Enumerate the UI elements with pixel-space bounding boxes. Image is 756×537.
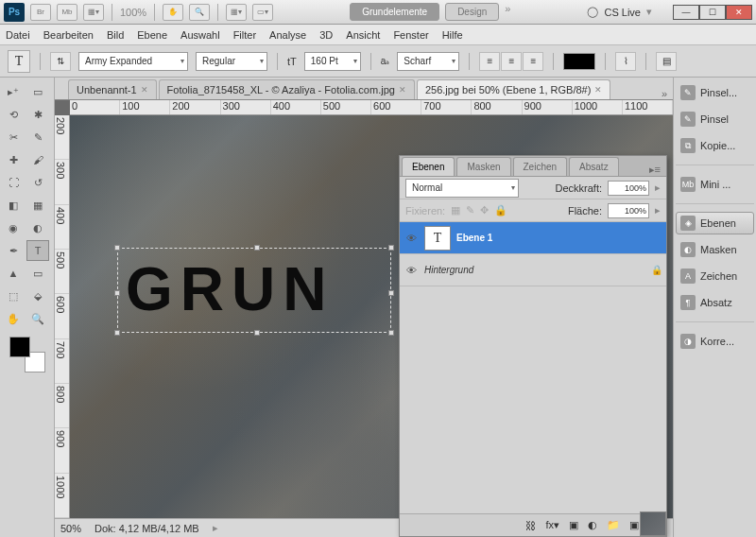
dock-item[interactable]: AZeichen xyxy=(676,265,754,287)
visibility-icon[interactable]: 👁 xyxy=(404,265,419,276)
hand-tool-button[interactable]: ✋ xyxy=(163,4,183,21)
menu-3d[interactable]: 3D xyxy=(319,29,333,41)
lock-pixels-icon[interactable]: ✎ xyxy=(466,204,474,217)
opacity-input[interactable] xyxy=(608,181,649,196)
layer-fx-icon[interactable]: fx▾ xyxy=(545,519,559,531)
lock-position-icon[interactable]: ✥ xyxy=(480,204,489,217)
heal-tool[interactable]: ✚ xyxy=(2,149,25,170)
arrange-button[interactable]: ▦▾ xyxy=(226,4,247,21)
warp-text-button[interactable]: ⌇ xyxy=(615,52,636,71)
menu-analyse[interactable]: Analyse xyxy=(269,29,306,41)
antialias-select[interactable]: Scharf xyxy=(397,52,459,71)
layer-name[interactable]: Ebene 1 xyxy=(456,233,662,243)
lock-transparent-icon[interactable]: ▦ xyxy=(451,204,460,217)
canvas-text[interactable]: GRUN xyxy=(126,254,334,324)
dock-item[interactable]: MbMini ... xyxy=(676,173,754,196)
layer-thumb[interactable]: T xyxy=(424,226,451,251)
dodge-tool[interactable]: ◐ xyxy=(26,217,49,238)
workspace-pill-design[interactable]: Design xyxy=(445,3,499,21)
layer-row[interactable]: 👁 Hintergrund 🔒 xyxy=(400,254,666,286)
color-swatches[interactable] xyxy=(9,337,45,372)
lasso-tool[interactable]: ⟲ xyxy=(2,104,25,125)
font-size-select[interactable]: 160 Pt xyxy=(304,52,361,71)
eraser-tool[interactable]: ◧ xyxy=(2,195,25,216)
resize-handle[interactable] xyxy=(254,330,260,336)
brush-tool[interactable]: 🖌 xyxy=(26,149,49,170)
zoom-tool[interactable]: 🔍 xyxy=(26,308,49,329)
screen-mode-button[interactable]: ▦▾ xyxy=(83,4,104,21)
align-center-button[interactable]: ≡ xyxy=(501,52,522,71)
resize-handle[interactable] xyxy=(114,290,120,296)
layer-name[interactable]: Hintergrund xyxy=(424,265,645,275)
move-tool[interactable]: ▸⁺ xyxy=(2,81,25,102)
resize-handle[interactable] xyxy=(388,330,394,336)
align-left-button[interactable]: ≡ xyxy=(479,52,500,71)
zoom-level[interactable]: 100% xyxy=(120,7,146,18)
lock-all-icon[interactable]: 🔒 xyxy=(494,204,507,217)
menu-fenster[interactable]: Fenster xyxy=(393,29,428,41)
tab-masken[interactable]: Masken xyxy=(456,157,510,176)
dock-item[interactable]: ◑Korre... xyxy=(676,330,754,353)
blur-tool[interactable]: ◉ xyxy=(2,217,25,238)
zoom-tool-button[interactable]: 🔍 xyxy=(189,4,210,21)
hand-tool[interactable]: ✋ xyxy=(2,308,25,329)
fill-input[interactable] xyxy=(608,203,649,218)
crop-tool[interactable]: ✂ xyxy=(2,127,25,147)
tab-overflow-icon[interactable]: » xyxy=(656,88,673,99)
status-zoom[interactable]: 50% xyxy=(60,523,81,534)
resize-handle[interactable] xyxy=(114,245,120,251)
tab-ebenen[interactable]: Ebenen xyxy=(402,157,455,176)
active-tool-indicator[interactable]: T xyxy=(8,50,30,73)
font-weight-select[interactable]: Regular xyxy=(196,52,267,71)
stamp-tool[interactable]: ⛶ xyxy=(2,172,25,193)
menu-datei[interactable]: Datei xyxy=(6,29,30,41)
foreground-color[interactable] xyxy=(9,337,30,357)
resize-handle[interactable] xyxy=(388,245,394,251)
layer-row[interactable]: 👁 T Ebene 1 xyxy=(400,222,666,254)
marquee-tool[interactable]: ▭ xyxy=(26,81,49,102)
menu-filter[interactable]: Filter xyxy=(233,29,256,41)
history-brush-tool[interactable]: ↺ xyxy=(26,172,49,193)
dock-item[interactable]: ¶Absatz xyxy=(676,291,754,314)
text-color-swatch[interactable] xyxy=(563,53,595,70)
shape-tool[interactable]: ▭ xyxy=(26,263,49,284)
cslive-label[interactable]: CS Live xyxy=(604,7,641,18)
menu-bearbeiten[interactable]: Bearbeiten xyxy=(43,29,94,41)
resize-handle[interactable] xyxy=(254,245,260,251)
dock-item[interactable]: ◈Ebenen xyxy=(676,212,754,234)
layer-group-icon[interactable]: 📁 xyxy=(607,519,620,531)
visibility-icon[interactable]: 👁 xyxy=(404,233,419,244)
3d-camera-tool[interactable]: ⬙ xyxy=(26,286,49,306)
character-panel-button[interactable]: ▤ xyxy=(656,52,677,71)
adjustment-layer-icon[interactable]: ◐ xyxy=(588,519,597,531)
align-right-button[interactable]: ≡ xyxy=(523,52,543,71)
doc-tab-1[interactable]: Fotolia_8715458_XL - © Azaliya - Fotolia… xyxy=(159,79,415,99)
link-layers-icon[interactable]: ⛓ xyxy=(525,520,536,531)
path-select-tool[interactable]: ▲ xyxy=(2,263,25,284)
menu-ebene[interactable]: Ebene xyxy=(137,29,167,41)
layer-thumb[interactable] xyxy=(640,511,666,513)
resize-handle[interactable] xyxy=(114,330,120,336)
tab-zeichen[interactable]: Zeichen xyxy=(513,157,568,176)
layer-mask-icon[interactable]: ▣ xyxy=(569,519,578,531)
dock-item[interactable]: ✎Pinsel... xyxy=(676,81,754,104)
maximize-button[interactable]: ☐ xyxy=(699,5,726,20)
dock-item[interactable]: ◐Masken xyxy=(676,238,754,261)
doc-tab-2[interactable]: 256.jpg bei 50% (Ebene 1, RGB/8#)✕ xyxy=(417,79,611,99)
close-icon[interactable]: ✕ xyxy=(399,85,406,95)
new-layer-icon[interactable]: ▣ xyxy=(629,519,639,531)
pen-tool[interactable]: ✒ xyxy=(2,240,25,261)
dock-item[interactable]: ⧉Kopie... xyxy=(676,134,754,157)
tab-absatz[interactable]: Absatz xyxy=(569,157,619,176)
type-tool[interactable]: T xyxy=(26,240,49,261)
menu-bild[interactable]: Bild xyxy=(107,29,124,41)
workspace-pill-active[interactable]: Grundelemente xyxy=(350,3,439,21)
resize-handle[interactable] xyxy=(388,290,394,296)
panel-menu-icon[interactable]: ▸≡ xyxy=(644,164,666,176)
blend-mode-select[interactable]: Normal xyxy=(405,179,519,198)
menu-hilfe[interactable]: Hilfe xyxy=(442,29,463,41)
minimize-button[interactable]: — xyxy=(673,5,699,20)
close-icon[interactable]: ✕ xyxy=(594,85,602,95)
font-family-select[interactable]: Army Expanded xyxy=(78,52,188,71)
3d-tool[interactable]: ⬚ xyxy=(2,286,25,306)
